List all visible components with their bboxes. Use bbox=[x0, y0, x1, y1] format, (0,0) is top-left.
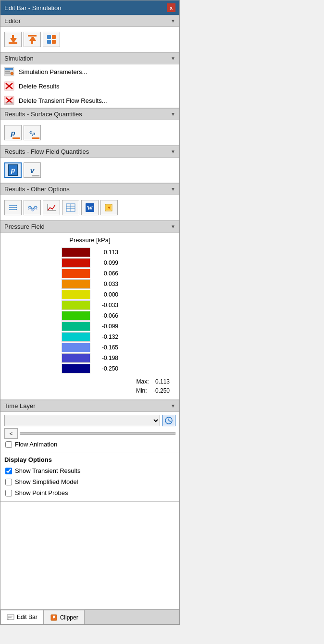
colorbar-swatch-3 bbox=[62, 279, 90, 289]
colorbar-value-4: 0.000 bbox=[94, 291, 118, 298]
svg-marker-47 bbox=[7, 619, 9, 619]
results-surface-header[interactable]: Results - Surface Quantities ▼ bbox=[0, 108, 179, 120]
flow-animation-checkbox[interactable] bbox=[5, 441, 12, 448]
svg-rect-6 bbox=[47, 35, 51, 39]
show-simplified-row: Show Simplified Model bbox=[4, 476, 175, 487]
colorbar-swatch-6 bbox=[62, 311, 90, 321]
flow-p-button[interactable]: p bbox=[4, 162, 22, 178]
word-button[interactable]: W bbox=[81, 200, 99, 215]
pressure-stats: Max: 0.113 Min: -0.250 bbox=[6, 377, 174, 396]
pressure-min-value: -0.250 bbox=[153, 387, 170, 394]
show-probes-checkbox[interactable] bbox=[5, 490, 12, 496]
svg-rect-2 bbox=[9, 42, 17, 44]
other-options-buttons: W bbox=[4, 198, 175, 217]
time-layer-content: < Flow Animation bbox=[0, 412, 179, 453]
sim-params-item[interactable]: Simulation Parameters... bbox=[0, 64, 179, 79]
svg-marker-28 bbox=[16, 207, 17, 209]
table-button[interactable] bbox=[62, 200, 79, 215]
remove-arrow-icon bbox=[27, 34, 37, 45]
colorbar-row-0: 0.113 bbox=[62, 248, 118, 257]
clipper-tab[interactable]: Clipper bbox=[44, 610, 85, 624]
svg-point-14 bbox=[11, 72, 13, 75]
editor-content bbox=[0, 27, 179, 52]
window-title: Edit Bar - Simulation bbox=[4, 4, 62, 12]
pressure-min-label: Min: bbox=[136, 387, 147, 394]
delete-transient-icon bbox=[3, 96, 15, 105]
results-flow-content: p v bbox=[0, 158, 179, 183]
time-layer-icon-btn[interactable] bbox=[162, 415, 175, 426]
edit-bar-tab[interactable]: Edit Bar bbox=[0, 610, 44, 624]
playback-row: < bbox=[4, 428, 175, 439]
svg-rect-8 bbox=[47, 40, 51, 44]
display-options-content: Display Options Show Transient Results S… bbox=[0, 453, 179, 502]
wave-button[interactable] bbox=[24, 200, 41, 215]
time-layer-dropdown[interactable] bbox=[4, 415, 160, 426]
surface-cp-button[interactable]: cp bbox=[24, 125, 41, 140]
svg-marker-4 bbox=[29, 37, 36, 41]
simulation-section-header[interactable]: Simulation ▼ bbox=[0, 52, 179, 64]
colorbar-value-8: -0.132 bbox=[94, 334, 118, 340]
export-button[interactable] bbox=[100, 200, 118, 215]
bottom-tabs: Edit Bar Clipper bbox=[0, 609, 179, 624]
svg-text:W: W bbox=[87, 205, 93, 211]
colorbar-row-9: -0.165 bbox=[62, 343, 118, 352]
show-simplified-checkbox[interactable] bbox=[5, 479, 12, 485]
time-layer-header[interactable]: Time Layer ▼ bbox=[0, 400, 179, 412]
clipper-icon bbox=[50, 614, 58, 621]
editor-tool-3[interactable] bbox=[43, 32, 60, 47]
colorbar-swatch-11 bbox=[62, 364, 90, 373]
results-flow-label: Results - Flow Field Quantities bbox=[4, 148, 89, 155]
results-other-header[interactable]: Results - Other Options ▼ bbox=[0, 183, 179, 195]
flow-buttons: p v bbox=[4, 161, 175, 180]
colorbar-row-6: -0.066 bbox=[62, 311, 118, 321]
word-icon: W bbox=[85, 203, 95, 212]
simulation-collapse-arrow: ▼ bbox=[171, 56, 175, 61]
results-surface-arrow: ▼ bbox=[171, 111, 175, 117]
show-transient-checkbox[interactable] bbox=[5, 468, 12, 474]
editor-tool-2[interactable] bbox=[24, 32, 41, 47]
chart-button[interactable] bbox=[43, 200, 60, 215]
editor-tool-1[interactable] bbox=[4, 32, 22, 47]
pressure-max-value: 0.113 bbox=[155, 378, 170, 385]
surface-buttons: p cp bbox=[4, 123, 175, 142]
close-button[interactable]: x bbox=[167, 3, 175, 12]
colorbar-swatch-2 bbox=[62, 269, 90, 278]
results-flow-header[interactable]: Results - Flow Field Quantities ▼ bbox=[0, 146, 179, 158]
chart-icon bbox=[46, 203, 57, 212]
pressure-max-row: Max: 0.113 bbox=[6, 377, 170, 386]
colorbar-swatch-8 bbox=[62, 332, 90, 342]
colorbar-row-4: 0.000 bbox=[62, 290, 118, 299]
colorbar-row-2: 0.066 bbox=[62, 269, 118, 278]
pressure-field-header[interactable]: Pressure Field ▼ bbox=[0, 221, 179, 233]
results-other-label: Results - Other Options bbox=[4, 186, 70, 193]
clock-icon bbox=[165, 417, 173, 424]
flow-v-button[interactable]: v bbox=[24, 162, 41, 178]
colorbar-swatch-9 bbox=[62, 343, 90, 352]
time-slider[interactable] bbox=[20, 432, 175, 435]
editor-section-header[interactable]: Editor ▼ bbox=[0, 15, 179, 27]
delete-transient-item[interactable]: Delete Transient Flow Results... bbox=[0, 93, 179, 108]
sim-params-icon bbox=[3, 67, 15, 76]
results-other-content: W bbox=[0, 195, 179, 221]
colorbar-value-5: -0.033 bbox=[94, 302, 118, 309]
editbar-icon bbox=[7, 613, 14, 621]
results-surface-content: p cp bbox=[0, 120, 179, 146]
colorbar-value-0: 0.113 bbox=[94, 249, 118, 256]
flow-lines-button[interactable] bbox=[4, 200, 22, 215]
colorbar-swatch-0 bbox=[62, 248, 90, 257]
editor-collapse-arrow: ▼ bbox=[171, 18, 175, 24]
show-probes-row: Show Point Probes bbox=[4, 487, 175, 498]
results-flow-arrow: ▼ bbox=[171, 149, 175, 154]
colorbar-swatch-1 bbox=[62, 258, 90, 268]
add-arrow-icon bbox=[8, 34, 18, 45]
colorbar-swatch-4 bbox=[62, 290, 90, 299]
prev-button[interactable]: < bbox=[4, 428, 18, 439]
show-transient-label: Show Transient Results bbox=[15, 467, 81, 474]
flow-lines-icon bbox=[8, 203, 18, 212]
colorbar-row-1: 0.099 bbox=[62, 258, 118, 268]
svg-line-43 bbox=[169, 421, 171, 421]
svg-rect-23 bbox=[5, 104, 11, 104]
colorbar-value-10: -0.198 bbox=[94, 355, 118, 361]
surface-p-button[interactable]: p bbox=[4, 125, 22, 140]
delete-results-item[interactable]: Delete Results bbox=[0, 79, 179, 93]
